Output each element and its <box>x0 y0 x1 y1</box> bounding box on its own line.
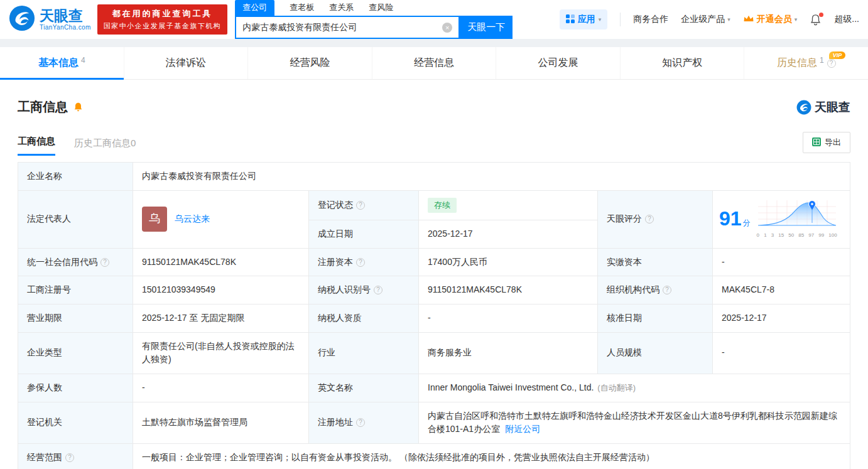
field-value-establish-date: 2025-12-17 <box>419 220 598 248</box>
help-icon[interactable]: ? <box>356 418 365 427</box>
crown-icon <box>743 14 754 24</box>
chevron-down-icon: ▾ <box>795 16 798 23</box>
score-unit: 分 <box>743 218 751 227</box>
help-icon[interactable]: ? <box>645 215 654 224</box>
field-label-company-type: 企业类型 <box>18 332 133 374</box>
export-button[interactable]: 导出 <box>803 132 850 153</box>
clear-search-icon[interactable]: × <box>442 23 452 33</box>
reg-capital-label-text: 注册资本 <box>318 257 353 267</box>
help-icon[interactable]: ? <box>100 258 109 267</box>
score-axis-label: 15 <box>778 232 784 239</box>
search-tabs: 查公司 查老板 查关系 查风险 <box>235 0 513 16</box>
search-input[interactable] <box>242 23 442 33</box>
nav-enterprise-products[interactable]: 企业级产品 ▾ <box>681 14 730 25</box>
help-icon[interactable]: ? <box>663 286 671 294</box>
subtab-history-business-info[interactable]: 历史工商信息0 <box>74 137 136 156</box>
field-label-industry: 行业 <box>309 332 419 374</box>
nav-open-vip[interactable]: 开通会员 ▾ <box>743 14 798 25</box>
field-value-business-term: 2025-12-17 至 无固定期限 <box>133 304 309 332</box>
field-value-business-scope: 一般项目：企业管理；企业管理咨询；以自有资金从事投资活动。 （除依法须经批准的项… <box>133 444 850 469</box>
field-label-credit-code: 统一社会信用代码? <box>18 248 133 276</box>
score-axis: 0 1 3 15 50 85 97 99 100 <box>757 232 837 239</box>
help-icon[interactable]: ? <box>65 453 74 462</box>
tab-operation-risk[interactable]: 经营风险 <box>247 47 372 79</box>
legal-rep-link[interactable]: 乌云达来 <box>175 212 210 226</box>
search-tab-risk[interactable]: 查风险 <box>369 0 393 16</box>
notification-dot <box>819 13 823 17</box>
promo-badge: 都在用的商业查询工具 国家中小企业发展子基金旗下机构 <box>97 4 228 35</box>
apps-menu[interactable]: 应用 ▾ <box>560 9 608 30</box>
tianyancha-logo-icon <box>9 5 35 34</box>
field-label-reg-address: 注册地址? <box>309 402 419 443</box>
english-name-text: Inner Mongolia Taiwei Investment Co., Lt… <box>428 382 594 392</box>
score-chart: 0 1 3 15 50 85 97 99 100 <box>757 199 837 239</box>
score-axis-label: 1 <box>764 232 766 239</box>
tab-legal-proceedings-label: 法律诉讼 <box>166 57 206 70</box>
promo-line1: 都在用的商业查询工具 <box>104 8 222 19</box>
tab-intellectual-property[interactable]: 知识产权 <box>620 47 744 79</box>
nearby-companies-link[interactable]: 附近公司 <box>505 424 540 434</box>
search-tab-boss[interactable]: 查老板 <box>290 0 314 16</box>
tab-company-development[interactable]: 公司发展 <box>496 47 620 79</box>
field-value-reg-authority: 土默特左旗市场监督管理局 <box>133 402 309 443</box>
reg-status-label-text: 登记状态 <box>318 200 353 210</box>
field-value-company-type: 有限责任公司(非自然人投资或控股的法人独资) <box>133 332 309 374</box>
page-gap <box>0 39 868 47</box>
table-row: 参保人数 - 英文名称 Inner Mongolia Taiwei Invest… <box>18 374 850 402</box>
field-value-legal-rep: 乌 乌云达来 <box>133 190 309 248</box>
field-label-business-scope: 经营范围? <box>18 444 133 469</box>
search-tab-company[interactable]: 查公司 <box>235 0 274 16</box>
chevron-down-icon: ▾ <box>727 16 730 23</box>
search-tab-relation[interactable]: 查关系 <box>329 0 354 16</box>
taxpayer-id-label-text: 纳税人识别号 <box>318 284 371 294</box>
nav-vip-label: 开通会员 <box>757 14 792 25</box>
score-label-text: 天眼评分 <box>607 213 642 224</box>
help-icon[interactable]: ? <box>356 258 365 267</box>
subscribe-bell-icon[interactable] <box>73 102 84 112</box>
tab-history-info[interactable]: 历史信息 1 ? VIP <box>744 47 868 79</box>
tianyancha-logo[interactable]: 天眼查 TianYanCha.com <box>9 5 91 34</box>
tab-basic-info[interactable]: 基本信息 4 <box>0 47 124 79</box>
nav-super-member[interactable]: 超级... <box>834 14 859 25</box>
reg-address-label-text: 注册地址 <box>318 417 353 427</box>
field-value-reg-status: 存续 <box>419 190 598 220</box>
help-icon[interactable]: ? <box>374 286 382 294</box>
export-label: 导出 <box>825 137 841 148</box>
field-value-taxpayer-id: 91150121MAK45CL78K <box>419 276 598 305</box>
tab-legal-proceedings[interactable]: 法律诉讼 <box>124 47 248 79</box>
field-value-org-code: MAK45CL7-8 <box>713 276 850 305</box>
help-icon[interactable]: ? <box>827 59 836 68</box>
top-nav: 应用 ▾ 商务合作 企业级产品 ▾ 开通会员 ▾ 超级... <box>560 9 859 30</box>
field-label-establish-date: 成立日期 <box>309 220 419 248</box>
section-title: 工商信息 <box>18 99 68 116</box>
notification-bell-icon[interactable] <box>810 14 822 26</box>
field-value-paid-capital: - <box>713 248 850 276</box>
nav-cooperation[interactable]: 商务合作 <box>633 14 668 25</box>
field-label-reg-number: 工商注册号 <box>18 276 133 305</box>
tab-history-info-label: 历史信息 <box>777 57 817 70</box>
score-number: 91 <box>719 207 742 230</box>
score-value: 91分 <box>719 203 751 235</box>
field-label-taxpayer-quality: 纳税人资质 <box>309 304 419 332</box>
content-area: 工商信息 天眼查 工商信息 历史工商信息0 导出 <box>0 80 868 469</box>
apps-grid-icon <box>566 14 575 25</box>
table-row: 企业类型 有限责任公司(非自然人投资或控股的法人独资) 行业 商务服务业 人员规… <box>18 332 850 374</box>
legal-rep-avatar[interactable]: 乌 <box>142 207 167 232</box>
table-row: 工商注册号 150121039349549 纳税人识别号? 91150121MA… <box>18 276 850 305</box>
tab-operation-info[interactable]: 经营信息 <box>372 47 496 79</box>
field-label-score: 天眼评分? <box>598 190 713 248</box>
table-row: 登记机关 土默特左旗市场监督管理局 注册地址? 内蒙古自治区呼和浩特市土默特左旗… <box>18 402 850 443</box>
help-icon[interactable]: ? <box>356 201 365 210</box>
score-axis-label: 3 <box>771 232 774 239</box>
tab-basic-info-label: 基本信息 <box>38 57 79 70</box>
search-button[interactable]: 天眼一下 <box>460 16 513 39</box>
divider <box>620 13 621 26</box>
subtab-business-info[interactable]: 工商信息 <box>18 136 55 156</box>
watermark-text: 天眼查 <box>815 99 850 116</box>
table-row: 营业期限 2025-12-17 至 无固定期限 纳税人资质 - 核准日期 202… <box>18 304 850 332</box>
top-header: 天眼查 TianYanCha.com 都在用的商业查询工具 国家中小企业发展子基… <box>0 0 868 39</box>
promo-line2: 国家中小企业发展子基金旗下机构 <box>104 21 222 31</box>
field-value-reg-number: 150121039349549 <box>133 276 309 305</box>
field-label-legal-rep: 法定代表人 <box>18 190 133 248</box>
field-label-staff-size: 人员规模 <box>598 332 713 374</box>
